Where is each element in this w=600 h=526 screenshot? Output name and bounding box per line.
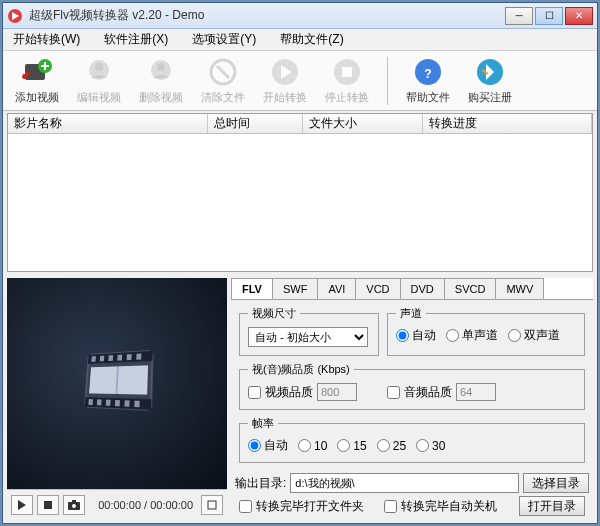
svg-rect-18 [100, 356, 105, 362]
radio-fps-30[interactable]: 30 [416, 439, 445, 453]
svg-rect-31 [44, 501, 52, 509]
audio-channel-group: 声道 自动 单声道 双声道 [387, 306, 585, 356]
tab-avi[interactable]: AVI [317, 278, 356, 299]
help-label: 帮助文件 [406, 90, 450, 105]
preview-screen [7, 278, 227, 489]
preview-play-button[interactable] [11, 495, 33, 515]
fps-label: 帧率 [248, 416, 278, 431]
maximize-button[interactable]: ☐ [535, 7, 563, 25]
edit-icon [83, 56, 115, 88]
preview-snapshot-button[interactable] [63, 495, 85, 515]
time-display: 00:00:00 / 00:00:00 [98, 499, 193, 511]
add-icon [21, 56, 53, 88]
menu-help[interactable]: 帮助文件(Z) [274, 29, 349, 50]
svg-point-6 [157, 63, 165, 71]
lower-panel: 00:00:00 / 00:00:00 FLV SWF AVI VCD DVD … [3, 274, 597, 523]
buy-label: 购买注册 [468, 90, 512, 105]
fps-group: 帧率 自动 10 15 25 30 [239, 416, 585, 463]
stop-label: 停止转换 [325, 90, 369, 105]
menu-options[interactable]: 选项设置(Y) [186, 29, 262, 50]
svg-rect-27 [124, 400, 129, 406]
col-size[interactable]: 文件大小 [303, 114, 423, 133]
col-name[interactable]: 影片名称 [8, 114, 208, 133]
add-video-button[interactable]: 添加视频 [11, 54, 63, 107]
settings-pane: FLV SWF AVI VCD DVD SVCD MWV 视频尺寸 自动 - 初… [231, 278, 593, 519]
clear-label: 清除文件 [201, 90, 245, 105]
shutdown-checkbox[interactable]: 转换完毕自动关机 [384, 498, 497, 515]
delete-label: 删除视频 [139, 90, 183, 105]
help-file-button[interactable]: ? 帮助文件 [402, 54, 454, 107]
svg-rect-33 [72, 500, 76, 503]
tab-mwv[interactable]: MWV [495, 278, 544, 299]
audio-quality-input[interactable] [456, 383, 496, 401]
start-label: 开始转换 [263, 90, 307, 105]
svg-rect-20 [117, 355, 122, 361]
menubar: 开始转换(W) 软件注册(X) 选项设置(Y) 帮助文件(Z) [3, 29, 597, 51]
svg-rect-21 [127, 354, 132, 360]
settings-body: 视频尺寸 自动 - 初始大小 声道 自动 单声道 双声道 [231, 300, 593, 469]
menu-register[interactable]: 软件注册(X) [98, 29, 174, 50]
preview-controls: 00:00:00 / 00:00:00 [7, 489, 227, 519]
film-icon [75, 340, 163, 430]
audio-quality-checkbox[interactable] [387, 386, 400, 399]
svg-rect-10 [342, 67, 352, 77]
tab-svcd[interactable]: SVCD [444, 278, 497, 299]
svg-point-34 [72, 504, 76, 508]
svg-rect-35 [208, 501, 216, 509]
edit-video-button: 编辑视频 [73, 54, 125, 107]
start-convert-button: 开始转换 [259, 54, 311, 107]
window-controls: ─ ☐ ✕ [505, 7, 593, 25]
svg-rect-26 [115, 400, 120, 406]
play-icon [269, 56, 301, 88]
edit-label: 编辑视频 [77, 90, 121, 105]
radio-ch-mono[interactable]: 单声道 [446, 327, 498, 344]
audio-quality-label: 音频品质 [404, 384, 452, 401]
close-button[interactable]: ✕ [565, 7, 593, 25]
browse-button[interactable]: 选择目录 [523, 473, 589, 493]
preview-pane: 00:00:00 / 00:00:00 [7, 278, 227, 519]
col-duration[interactable]: 总时间 [208, 114, 303, 133]
tab-vcd[interactable]: VCD [355, 278, 400, 299]
svg-rect-25 [106, 400, 111, 406]
titlebar: 超级Flv视频转换器 v2.20 - Demo ─ ☐ ✕ [3, 3, 597, 29]
toolbar: 添加视频 编辑视频 删除视频 清除文件 开始转换 停止转换 ? 帮助文件 [3, 51, 597, 111]
col-progress[interactable]: 转换进度 [423, 114, 592, 133]
app-window: 超级Flv视频转换器 v2.20 - Demo ─ ☐ ✕ 开始转换(W) 软件… [2, 2, 598, 524]
file-list[interactable]: 影片名称 总时间 文件大小 转换进度 [7, 113, 593, 272]
stop-icon [331, 56, 363, 88]
list-header: 影片名称 总时间 文件大小 转换进度 [8, 114, 592, 134]
svg-rect-19 [108, 355, 113, 361]
svg-text:?: ? [424, 67, 431, 81]
open-dir-button[interactable]: 打开目录 [519, 496, 585, 516]
menu-start[interactable]: 开始转换(W) [7, 29, 86, 50]
buy-icon [474, 56, 506, 88]
svg-rect-24 [97, 399, 102, 405]
radio-fps-10[interactable]: 10 [298, 439, 327, 453]
toolbar-separator [387, 57, 388, 105]
video-quality-input[interactable] [317, 383, 357, 401]
radio-ch-auto[interactable]: 自动 [396, 327, 436, 344]
svg-rect-28 [134, 401, 139, 408]
video-quality-checkbox[interactable] [248, 386, 261, 399]
video-size-group: 视频尺寸 自动 - 初始大小 [239, 306, 379, 356]
buy-register-button[interactable]: 购买注册 [464, 54, 516, 107]
preview-stop-button[interactable] [37, 495, 59, 515]
output-path-input[interactable] [290, 473, 519, 493]
add-label: 添加视频 [15, 90, 59, 105]
radio-ch-stereo[interactable]: 双声道 [508, 327, 560, 344]
open-folder-checkbox[interactable]: 转换完毕打开文件夹 [239, 498, 364, 515]
minimize-button[interactable]: ─ [505, 7, 533, 25]
tab-swf[interactable]: SWF [272, 278, 318, 299]
delete-video-button: 删除视频 [135, 54, 187, 107]
radio-fps-15[interactable]: 15 [337, 439, 366, 453]
tab-dvd[interactable]: DVD [400, 278, 445, 299]
radio-fps-auto[interactable]: 自动 [248, 437, 288, 454]
video-size-select[interactable]: 自动 - 初始大小 [248, 327, 368, 347]
stop-convert-button: 停止转换 [321, 54, 373, 107]
clear-files-button: 清除文件 [197, 54, 249, 107]
radio-fps-25[interactable]: 25 [377, 439, 406, 453]
help-icon: ? [412, 56, 444, 88]
preview-extra-button[interactable] [201, 495, 223, 515]
bitrate-label: 视(音)频品质 (Kbps) [248, 362, 354, 377]
tab-flv[interactable]: FLV [231, 278, 273, 299]
